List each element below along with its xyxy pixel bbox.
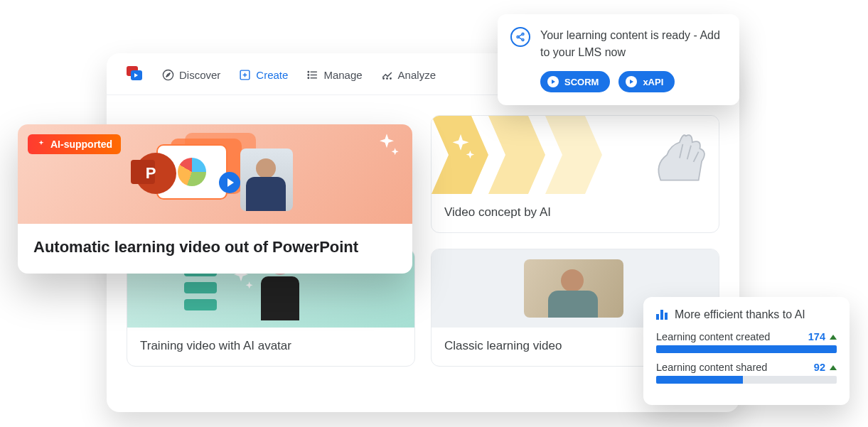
- nav-manage[interactable]: Manage: [306, 69, 362, 81]
- trend-up-icon: [830, 335, 837, 340]
- trend-up-icon: [830, 365, 837, 370]
- nav-manage-label: Manage: [323, 69, 362, 81]
- svg-point-11: [382, 77, 383, 78]
- powerpoint-icon: P: [135, 153, 176, 194]
- analytics-icon: [381, 69, 393, 81]
- stats-heading: More efficient thanks to AI: [675, 308, 805, 321]
- primary-nav: Discover Create Manage Analyze: [162, 69, 436, 81]
- plus-square-icon: [239, 69, 251, 81]
- compass-icon: [162, 69, 174, 81]
- efficiency-stats-panel: More efficient thanks to AI Learning con…: [643, 297, 850, 405]
- nav-analyze[interactable]: Analyze: [381, 69, 436, 81]
- card-auto-video-from-powerpoint[interactable]: AI-supported P Automatic learning video …: [18, 124, 412, 274]
- sparkle-icon: [36, 139, 46, 149]
- share-icon: [510, 27, 530, 47]
- card-title: Training video with AI avatar: [127, 328, 414, 366]
- sparkle-icon: [373, 131, 401, 163]
- xapi-label: xAPI: [643, 77, 663, 87]
- stat-value: 92: [814, 362, 825, 373]
- nav-create-label: Create: [256, 69, 288, 81]
- presenter-thumbnail: [240, 148, 293, 211]
- card-title: Automatic learning video out of PowerPoi…: [18, 224, 412, 274]
- scorm-label: SCORM: [564, 77, 599, 87]
- card-title: Video concept by AI: [432, 194, 719, 232]
- robot-hand-icon: [648, 126, 712, 183]
- card-media: [432, 116, 719, 194]
- stats-heading-row: More efficient thanks to AI: [656, 308, 837, 321]
- stat-row-created: Learning content created 174: [656, 331, 837, 342]
- play-icon: [219, 172, 240, 193]
- arrow-circle-icon: [626, 76, 637, 87]
- app-logo: [127, 66, 145, 83]
- svg-point-13: [390, 77, 390, 78]
- stat-bar-fill: [656, 376, 743, 384]
- nav-discover[interactable]: Discover: [162, 69, 220, 81]
- nav-analyze-label: Analyze: [398, 69, 436, 81]
- bar-chart-icon: [656, 310, 668, 320]
- svg-line-20: [519, 35, 523, 37]
- nav-create[interactable]: Create: [239, 69, 288, 81]
- stat-bar-shared: [656, 376, 837, 384]
- svg-point-9: [309, 74, 309, 75]
- stat-bar-fill: [656, 345, 837, 353]
- list-icon: [306, 69, 318, 81]
- stat-bar-created: [656, 345, 837, 353]
- svg-point-0: [163, 70, 173, 80]
- sparkle-icon: [444, 131, 477, 167]
- svg-point-8: [309, 71, 309, 72]
- card-media: AI-supported P: [18, 124, 412, 224]
- card-video-concept-ai[interactable]: Video concept by AI: [431, 115, 719, 233]
- nav-discover-label: Discover: [179, 69, 220, 81]
- svg-point-12: [386, 77, 387, 78]
- stat-row-shared: Learning content shared 92: [656, 362, 837, 373]
- presenter-photo: [524, 259, 623, 318]
- svg-marker-1: [166, 72, 171, 77]
- ai-supported-badge: AI-supported: [28, 134, 121, 154]
- svg-line-21: [519, 38, 523, 40]
- stat-label: Learning content created: [656, 331, 770, 342]
- svg-point-10: [309, 77, 309, 78]
- arrow-circle-icon: [547, 76, 559, 87]
- stat-label: Learning content shared: [656, 362, 767, 373]
- xapi-button[interactable]: xAPI: [618, 71, 675, 92]
- toast-text: Your learning content is ready - Add to …: [540, 27, 725, 61]
- scorm-button[interactable]: SCORM: [540, 71, 610, 92]
- stat-value: 174: [808, 331, 825, 342]
- lms-ready-toast: Your learning content is ready - Add to …: [498, 14, 739, 105]
- pie-chart-icon: [178, 158, 206, 186]
- ai-badge-label: AI-supported: [50, 139, 112, 150]
